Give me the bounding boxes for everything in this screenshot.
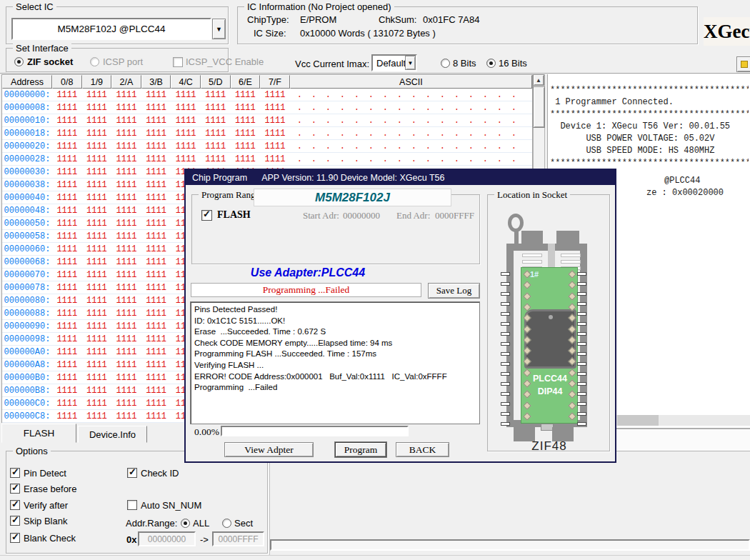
hex-cell[interactable]: 1111 — [171, 154, 201, 164]
flash-range-checkbox[interactable] — [201, 210, 212, 221]
hex-header-cell[interactable]: 3/B — [141, 75, 171, 89]
range-to-input[interactable]: 0000FFFF — [212, 531, 264, 546]
hex-cell[interactable]: 1111 — [231, 103, 261, 113]
hex-header-cell[interactable]: 0/8 — [52, 75, 82, 89]
hex-cell[interactable]: 1111 — [52, 219, 82, 229]
hex-cell[interactable]: 1111 — [141, 257, 171, 267]
hex-cell[interactable]: 1111 — [52, 231, 82, 241]
back-button[interactable]: BACK — [396, 442, 449, 457]
hex-cell[interactable]: 1111 — [111, 180, 141, 190]
hex-cell[interactable]: 1111 — [201, 141, 231, 151]
hex-cell[interactable]: 1111 — [111, 283, 141, 293]
hex-cell[interactable]: 1111 — [111, 399, 141, 409]
hex-cell[interactable]: 1111 — [141, 347, 171, 357]
hex-cell[interactable]: 1111 — [82, 347, 112, 357]
hex-cell[interactable]: 1111 — [82, 296, 112, 306]
hex-cell[interactable]: 1111 — [141, 309, 171, 319]
hex-cell[interactable]: 1111 — [231, 116, 261, 126]
hex-cell[interactable]: 1111 — [141, 206, 171, 216]
hex-cell[interactable]: 1111 — [141, 154, 171, 164]
hex-cell[interactable]: 1111 — [111, 270, 141, 280]
hex-cell[interactable]: 1111 — [52, 270, 82, 280]
hex-cell[interactable]: 1111 — [82, 129, 112, 139]
hex-header-cell[interactable]: ASCII — [290, 75, 532, 89]
hex-cell[interactable]: 1111 — [231, 129, 261, 139]
hex-cell[interactable]: 1111 — [82, 154, 112, 164]
hex-cell[interactable]: 1111 — [201, 90, 231, 100]
pin-detect-checkbox[interactable] — [10, 468, 20, 478]
hex-cell[interactable]: 1111 — [141, 270, 171, 280]
hex-cell[interactable]: 1111 — [82, 116, 112, 126]
hex-cell[interactable]: 1111 — [141, 283, 171, 293]
addr-range-sect-radio[interactable] — [222, 519, 231, 528]
hex-cell[interactable]: 1111 — [141, 219, 171, 229]
hex-cell[interactable]: 1111 — [260, 116, 290, 126]
hex-cell[interactable]: 1111 — [52, 347, 82, 357]
hex-cell[interactable]: 1111 — [82, 244, 112, 254]
hex-cell[interactable]: 1111 — [82, 167, 112, 177]
hex-cell[interactable]: 1111 — [82, 141, 112, 151]
hex-cell[interactable]: 1111 — [52, 103, 82, 113]
hex-cell[interactable]: 1111 — [260, 129, 290, 139]
hex-cell[interactable]: 1111 — [82, 219, 112, 229]
auto-sn-checkbox[interactable] — [127, 500, 137, 510]
hex-cell[interactable]: 1111 — [111, 167, 141, 177]
hex-cell[interactable]: 1111 — [111, 154, 141, 164]
hex-cell[interactable]: 1111 — [201, 103, 231, 113]
hex-cell[interactable]: 1111 — [52, 321, 82, 331]
hex-cell[interactable]: 1111 — [141, 386, 171, 396]
hex-cell[interactable]: 1111 — [260, 141, 290, 151]
hex-cell[interactable]: 1111 — [52, 257, 82, 267]
hex-cell[interactable]: 1111 — [82, 270, 112, 280]
hex-cell[interactable]: 1111 — [111, 206, 141, 216]
hex-cell[interactable]: 1111 — [82, 411, 112, 421]
hex-cell[interactable]: 1111 — [52, 309, 82, 319]
hex-cell[interactable]: 1111 — [201, 116, 231, 126]
hex-cell[interactable]: 1111 — [141, 129, 171, 139]
hex-cell[interactable]: 1111 — [82, 180, 112, 190]
hex-cell[interactable]: 1111 — [111, 193, 141, 203]
hex-cell[interactable]: 1111 — [111, 411, 141, 421]
verify-after-checkbox[interactable] — [10, 500, 20, 510]
hex-cell[interactable]: 1111 — [141, 231, 171, 241]
hex-cell[interactable]: 1111 — [52, 129, 82, 139]
hex-cell[interactable]: 1111 — [141, 141, 171, 151]
scrollbar-thumb[interactable] — [533, 86, 545, 128]
hex-header-cell[interactable]: 1/9 — [82, 75, 112, 89]
hex-cell[interactable]: 1111 — [82, 90, 112, 100]
hex-cell[interactable]: 1111 — [82, 193, 112, 203]
icsp-port-radio[interactable] — [90, 57, 99, 66]
hex-cell[interactable]: 1111 — [171, 129, 201, 139]
hex-cell[interactable]: 1111 — [111, 129, 141, 139]
hex-cell[interactable]: 1111 — [111, 219, 141, 229]
hex-cell[interactable]: 1111 — [201, 154, 231, 164]
hex-cell[interactable]: 1111 — [52, 206, 82, 216]
hex-cell[interactable]: 1111 — [111, 309, 141, 319]
scroll-up-icon[interactable]: ▲ — [533, 74, 544, 86]
hex-cell[interactable]: 1111 — [52, 167, 82, 177]
addr-range-all-radio[interactable] — [181, 519, 190, 528]
hex-cell[interactable]: 1111 — [141, 103, 171, 113]
hex-cell[interactable]: 1111 — [111, 373, 141, 383]
hex-cell[interactable]: 1111 — [141, 373, 171, 383]
tab-device-info[interactable]: Device.Info — [78, 426, 147, 443]
bits-8-radio[interactable] — [441, 59, 450, 68]
hex-cell[interactable]: 1111 — [52, 296, 82, 306]
hex-header-cell[interactable]: 4/C — [171, 75, 201, 89]
hex-cell[interactable]: 1111 — [82, 386, 112, 396]
hex-cell[interactable]: 1111 — [82, 399, 112, 409]
hex-cell[interactable]: 1111 — [141, 90, 171, 100]
hex-cell[interactable]: 1111 — [82, 360, 112, 370]
hex-cell[interactable]: 1111 — [171, 141, 201, 151]
save-log-button[interactable]: Save Log — [428, 283, 480, 299]
selected-ic-combobox[interactable]: M5M28F102J @PLCC44 — [11, 18, 211, 40]
skip-blank-checkbox[interactable] — [10, 516, 20, 526]
hex-cell[interactable]: 1111 — [111, 334, 141, 344]
view-adapter-button[interactable]: View Adpter — [224, 442, 314, 457]
hex-cell[interactable]: 1111 — [82, 231, 112, 241]
hex-header-cell[interactable]: 6/E — [231, 75, 261, 89]
hex-cell[interactable]: 1111 — [111, 321, 141, 331]
hex-cell[interactable]: 1111 — [171, 103, 201, 113]
dialog-title-bar[interactable]: Chip Program APP Version: 11.90 Device M… — [186, 170, 615, 185]
hex-header-cell[interactable]: Address — [2, 75, 52, 89]
